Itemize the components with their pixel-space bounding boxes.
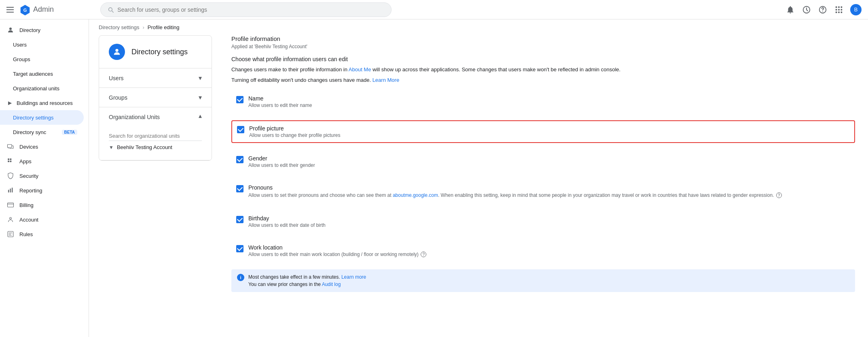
option-text-pronouns: Pronouns Allow users to set their pronou… [248, 184, 782, 199]
svg-rect-6 [841, 6, 843, 8]
avatar[interactable]: B [850, 4, 862, 15]
option-row-pronouns: Pronouns Allow users to set their pronou… [231, 180, 855, 203]
breadcrumb-separator: › [142, 24, 144, 30]
settings-card-avatar [109, 44, 125, 60]
sidebar-label-billing: Billing [19, 202, 77, 208]
google-admin-logo: G [19, 4, 31, 15]
info-learn-more-link[interactable]: Learn more [341, 274, 366, 280]
sidebar-label-target-audiences: Target audiences [13, 71, 77, 77]
accordion-header-org-units[interactable]: Organizational Units ▾ [99, 107, 212, 126]
svg-rect-20 [10, 189, 11, 193]
help-pronouns-icon[interactable]: ? [776, 192, 782, 198]
sidebar-label-groups: Groups [13, 56, 77, 62]
sidebar-item-directory-settings[interactable]: Directory settings [0, 110, 84, 125]
sidebar-item-rules[interactable]: Rules [0, 227, 84, 241]
sidebar-label-apps: Apps [19, 158, 77, 164]
checkbox-name[interactable] [236, 96, 243, 103]
option-title-profile-picture: Profile picture [249, 125, 340, 132]
svg-point-13 [9, 28, 12, 30]
accordion-header-users[interactable]: Users ▾ [99, 68, 212, 87]
help-work-location-icon[interactable]: ? [421, 252, 426, 257]
apps-icon[interactable] [834, 5, 844, 15]
search-icon [107, 6, 114, 13]
breadcrumb: Directory settings › Profile editing [89, 19, 868, 35]
aboutme-link[interactable]: aboutme.google.com [393, 192, 438, 198]
left-panel: Directory settings Users ▾ Groups ▾ [89, 35, 218, 337]
option-desc-name: Allow users to edit their name [248, 102, 312, 108]
accordion-org-units: Organizational Units ▾ ▼ Beehiiv Testing… [99, 107, 212, 160]
option-text-work-location: Work location Allow users to edit their … [248, 244, 426, 258]
sidebar-item-groups[interactable]: Groups [0, 52, 84, 66]
checkbox-work-location[interactable] [236, 245, 243, 252]
desc-text1: Changes users make to their profile info… [231, 66, 349, 73]
option-text-name: Name Allow users to edit their name [248, 95, 312, 108]
org-tree-item[interactable]: ▼ Beehiiv Testing Account [109, 141, 202, 154]
option-row-work-location: Work location Allow users to edit their … [231, 240, 855, 262]
clock-icon[interactable] [802, 5, 811, 15]
svg-rect-18 [10, 161, 12, 162]
option-title-gender: Gender [248, 155, 315, 162]
sidebar-item-buildings[interactable]: ▶ Buildings and resources [0, 96, 84, 110]
option-text-birthday: Birthday Allow users to edit their date … [248, 215, 326, 228]
search-input[interactable] [117, 6, 385, 13]
sidebar-item-target-audiences[interactable]: Target audiences [0, 66, 84, 81]
profile-info-desc: Changes users make to their profile info… [231, 66, 855, 74]
sidebar-item-org-units[interactable]: Organizational units [0, 81, 84, 96]
help-icon[interactable] [818, 5, 828, 15]
search-bar[interactable] [100, 2, 392, 17]
accordion-users: Users ▾ [99, 68, 212, 88]
svg-rect-21 [12, 188, 13, 192]
accordion-label-org-units: Organizational Units [109, 114, 160, 120]
chevron-down-icon-users: ▾ [199, 74, 202, 82]
sidebar-label-security: Security [19, 173, 77, 179]
sidebar-item-devices[interactable]: Devices [0, 139, 84, 154]
breadcrumb-parent[interactable]: Directory settings [99, 24, 139, 30]
profile-info-note: Turning off editability won't undo chang… [231, 77, 855, 83]
notifications-icon[interactable] [785, 5, 795, 15]
about-me-link[interactable]: About Me [349, 66, 371, 73]
svg-text:G: G [23, 8, 27, 13]
checkbox-pronouns[interactable] [236, 185, 243, 192]
checkbox-birthday[interactable] [236, 216, 243, 223]
breadcrumb-current: Profile editing [148, 24, 180, 30]
info-banner-text: Most changes take effect in a few minute… [248, 273, 366, 288]
logo-wrapper: G Admin [19, 4, 54, 15]
option-title-pronouns: Pronouns [248, 184, 782, 191]
accordion-groups: Groups ▾ [99, 88, 212, 107]
topbar-left: G Admin [6, 4, 95, 15]
info-circle-icon: i [237, 274, 244, 281]
sidebar-label-buildings: Buildings and resources [17, 100, 77, 106]
accordion-header-groups[interactable]: Groups ▾ [99, 88, 212, 107]
checkbox-profile-picture[interactable] [237, 126, 244, 133]
sidebar-item-account[interactable]: Account [0, 212, 84, 227]
sidebar-item-security[interactable]: Security [0, 168, 84, 183]
option-row-gender: Gender Allow users to edit their gender [231, 151, 855, 172]
sidebar-item-reporting[interactable]: Reporting [0, 183, 84, 198]
search-org-input[interactable] [109, 131, 202, 141]
menu-icon[interactable] [6, 5, 16, 15]
sidebar-item-directory-sync[interactable]: Directory sync BETA [0, 125, 84, 139]
svg-point-25 [115, 49, 118, 52]
sidebar-item-apps[interactable]: Apps [0, 154, 84, 168]
content-row: Directory settings Users ▾ Groups ▾ [89, 35, 868, 337]
sidebar-item-billing[interactable]: Billing [0, 198, 84, 212]
svg-rect-5 [838, 6, 840, 8]
security-icon [6, 172, 15, 180]
sidebar-item-directory[interactable]: Directory [0, 23, 84, 37]
svg-rect-10 [836, 11, 837, 13]
svg-rect-14 [8, 145, 12, 148]
main-content: Directory settings › Profile editing Dir… [89, 19, 868, 337]
info-banner: i Most changes take effect in a few minu… [231, 269, 855, 292]
learn-more-link[interactable]: Learn More [373, 77, 399, 83]
sidebar-item-users[interactable]: Users [0, 37, 84, 52]
chevron-down-icon-groups: ▾ [199, 94, 202, 101]
note-text: Turning off editability won't undo chang… [231, 77, 373, 83]
desc-text2: will show up across their applications. … [371, 66, 620, 73]
sidebar-label-rules: Rules [19, 231, 77, 237]
checkbox-gender[interactable] [236, 156, 243, 163]
billing-icon [6, 201, 15, 209]
sidebar-label-users: Users [13, 42, 77, 48]
audit-log-link[interactable]: Audit log [322, 282, 341, 287]
option-desc-gender: Allow users to edit their gender [248, 162, 315, 168]
option-row-name: Name Allow users to edit their name [231, 91, 855, 112]
